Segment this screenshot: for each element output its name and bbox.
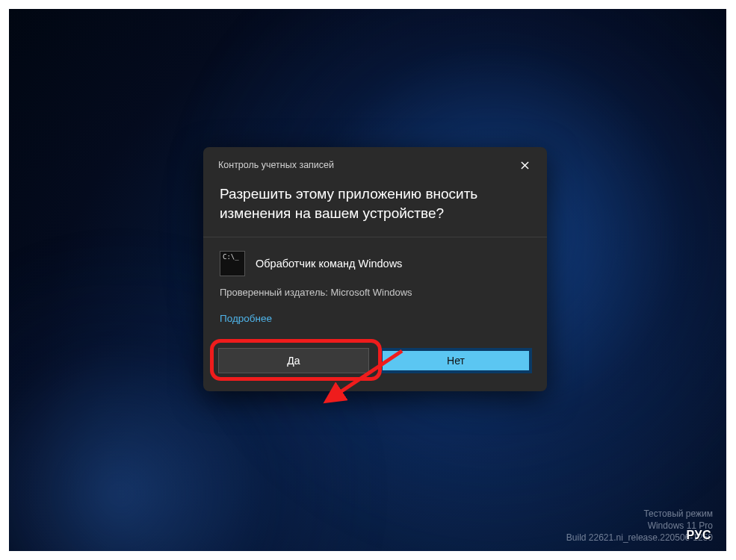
uac-more-details: Подробнее bbox=[203, 313, 547, 348]
no-button[interactable]: Нет bbox=[380, 348, 532, 373]
uac-app-row: Обработчик команд Windows bbox=[203, 251, 547, 287]
yes-button[interactable]: Да bbox=[218, 348, 369, 373]
uac-button-row: Да Нет bbox=[203, 348, 547, 391]
uac-title-text: Контроль учетных записей bbox=[218, 160, 334, 170]
show-more-link[interactable]: Подробнее bbox=[220, 313, 272, 324]
uac-dialog: Контроль учетных записей Разрешить этому… bbox=[203, 147, 547, 391]
screenshot-frame: Тестовый режим Windows 11 Pro Build 2262… bbox=[0, 0, 736, 560]
cmd-icon bbox=[220, 251, 245, 276]
desktop-background: Тестовый режим Windows 11 Pro Build 2262… bbox=[9, 9, 726, 551]
close-button[interactable] bbox=[514, 155, 535, 175]
uac-publisher-text: Проверенный издатель: Microsoft Windows bbox=[203, 287, 547, 313]
uac-app-name: Обработчик команд Windows bbox=[256, 258, 402, 270]
uac-titlebar: Контроль учетных записей bbox=[203, 147, 547, 180]
language-indicator: РУС bbox=[687, 529, 711, 542]
watermark-line: Тестовый режим bbox=[566, 508, 713, 520]
divider bbox=[203, 237, 547, 237]
uac-question-text: Разрешить этому приложению вносить измен… bbox=[203, 180, 547, 237]
close-icon bbox=[521, 161, 529, 169]
